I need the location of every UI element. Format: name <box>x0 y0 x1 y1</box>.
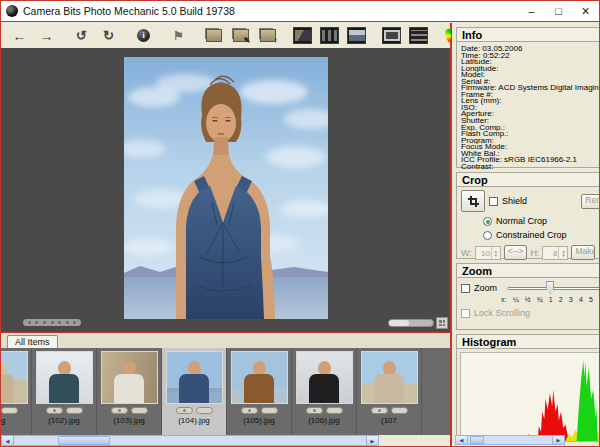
view-preview-button[interactable] <box>346 25 367 46</box>
info-button[interactable]: i <box>133 25 154 46</box>
histogram-green-channel <box>577 360 598 441</box>
tag-pill-button[interactable] <box>1 407 18 414</box>
filmstrip-item[interactable]: (105).jpg <box>227 348 292 435</box>
upload-photo-icon: ↑ <box>260 29 276 42</box>
scroll-right-icon[interactable]: ▶ <box>552 435 565 445</box>
shield-checkbox[interactable] <box>489 197 498 206</box>
color-class-pill-button[interactable] <box>111 407 128 414</box>
zoom-tick: 3 <box>569 296 573 303</box>
color-class-pill-button[interactable] <box>176 407 193 414</box>
info-section: Info Date: 03.05.2006Time: 0:52:22Latitu… <box>456 27 600 168</box>
normal-crop-label: Normal Crop <box>496 216 547 226</box>
zoom-tick: 1 <box>549 296 553 303</box>
filmstrip-item[interactable]: .jpg <box>1 348 32 435</box>
tag-pill-button[interactable] <box>391 407 408 414</box>
zoom-slider[interactable] <box>505 281 600 295</box>
view-contact-sheet-icon <box>293 27 312 44</box>
crop-tool-button[interactable] <box>461 190 485 212</box>
maximize-button[interactable]: □ <box>545 1 572 21</box>
thumbnail-filename: .jpg <box>1 416 5 425</box>
filmstrip-item[interactable]: (106).jpg <box>292 348 357 435</box>
remove-crop-button[interactable]: Remove <box>581 194 600 209</box>
preview-grid-button[interactable] <box>436 317 448 329</box>
preview-nav-strip[interactable] <box>23 319 81 326</box>
back-button[interactable]: ← <box>9 25 30 46</box>
zoom-tick-labels: x:¼½¾123456 <box>501 296 600 303</box>
tag-pill-button[interactable] <box>196 407 213 414</box>
color-class-button[interactable]: ⚑ <box>168 25 189 46</box>
zoom-section: Zoom Zoom x:¼½¾123456 Lock Scrolling <box>456 263 600 330</box>
scroll-left-icon[interactable]: ◀ <box>1 435 14 446</box>
rotate-ccw-icon: ↺ <box>76 29 87 42</box>
height-label: H: <box>530 248 539 258</box>
thumbnail-image[interactable] <box>101 351 158 404</box>
tag-pill-button[interactable] <box>261 407 278 414</box>
view-list-icon <box>320 27 339 44</box>
thumbnail-filename: (106).jpg <box>308 416 340 425</box>
spinner-arrows-icon[interactable]: ▴▾ <box>558 247 567 259</box>
rotate-cw-icon: ↻ <box>103 29 114 42</box>
zoom-slider-handle[interactable] <box>546 281 554 294</box>
filmstrip-item[interactable]: (107 <box>357 348 422 435</box>
thumbnail-image[interactable] <box>231 351 288 404</box>
constrained-crop-radio[interactable] <box>483 231 492 240</box>
lock-scrolling-checkbox[interactable] <box>461 309 470 318</box>
histogram-section: Histogram <box>456 334 600 445</box>
view-frame-icon <box>382 27 401 44</box>
view-compare-button[interactable] <box>408 25 429 46</box>
scroll-right-icon[interactable]: ▶ <box>366 435 379 446</box>
color-class-pill-button[interactable] <box>306 407 323 414</box>
scroll-left-icon[interactable]: ◀ <box>455 435 468 445</box>
make-crop-button[interactable]: Make <box>571 245 595 260</box>
color-class-pill-button[interactable] <box>46 407 63 414</box>
minimize-button[interactable]: – <box>518 1 545 21</box>
close-button[interactable]: × <box>572 1 599 21</box>
preview-horizontal-scrollbar[interactable] <box>388 319 434 327</box>
view-compare-icon <box>409 27 428 44</box>
info-header: Info <box>456 27 600 42</box>
zoom-header: Zoom <box>456 263 600 278</box>
view-frame-button[interactable] <box>381 25 402 46</box>
thumbnail-filename: (105).jpg <box>243 416 275 425</box>
forward-button[interactable]: → <box>36 25 57 46</box>
filmstrip-item[interactable]: (104).jpg <box>162 348 227 435</box>
zoom-tick: ½ <box>525 296 531 303</box>
crop-header: Crop <box>456 172 600 187</box>
filmstrip-item[interactable]: (102).jpg <box>32 348 97 435</box>
preview-photo[interactable] <box>124 57 328 319</box>
tag-pill-button[interactable] <box>66 407 83 414</box>
rotate-cw-button[interactable]: ↻ <box>98 25 119 46</box>
filmstrip-scrollbar[interactable]: ◀ ▶ <box>1 435 379 446</box>
upload-photo-button[interactable]: ↑ <box>257 25 278 46</box>
filmstrip-scrollbar-thumb[interactable] <box>58 436 110 445</box>
zoom-checkbox[interactable] <box>461 284 470 293</box>
filmstrip-tab-row: All Items <box>1 333 450 348</box>
panel-horizontal-scrollbar[interactable]: ◀ ▶ <box>455 435 565 445</box>
width-spinner[interactable]: 10 ▴▾ <box>475 246 501 260</box>
spinner-arrows-icon[interactable]: ▴▾ <box>491 247 500 259</box>
filmstrip-item[interactable]: (103).jpg <box>97 348 162 435</box>
thumbnail-image[interactable] <box>166 351 223 404</box>
crop-section: Crop Shield Remove Normal Crop Const <box>456 172 600 259</box>
color-class-pill-button[interactable] <box>371 407 388 414</box>
thumbnail-image[interactable] <box>36 351 93 404</box>
zoom-tick: 2 <box>559 296 563 303</box>
rotate-ccw-button[interactable]: ↺ <box>71 25 92 46</box>
thumbnail-image[interactable] <box>296 351 353 404</box>
swap-dimensions-button[interactable]: <--> <box>504 245 528 260</box>
color-class-pill-button[interactable] <box>241 407 258 414</box>
tag-pill-button[interactable] <box>326 407 343 414</box>
tools-panel: Info Date: 03.05.2006Time: 0:52:22Latitu… <box>451 23 600 446</box>
copy-photos-button[interactable] <box>203 25 224 46</box>
tag-pill-button[interactable] <box>131 407 148 414</box>
tab-all-items[interactable]: All Items <box>7 335 58 348</box>
title-bar: Camera Bits Photo Mechanic 5.0 Build 197… <box>1 1 599 22</box>
thumbnail-image[interactable] <box>1 351 28 404</box>
view-contact-sheet-button[interactable] <box>292 25 313 46</box>
height-spinner[interactable]: 8 ▴▾ <box>542 246 568 260</box>
preview-area[interactable] <box>1 48 450 332</box>
normal-crop-radio[interactable] <box>483 217 492 226</box>
edit-photo-button[interactable]: ✎ <box>230 25 251 46</box>
thumbnail-image[interactable] <box>361 351 418 404</box>
view-list-button[interactable] <box>319 25 340 46</box>
